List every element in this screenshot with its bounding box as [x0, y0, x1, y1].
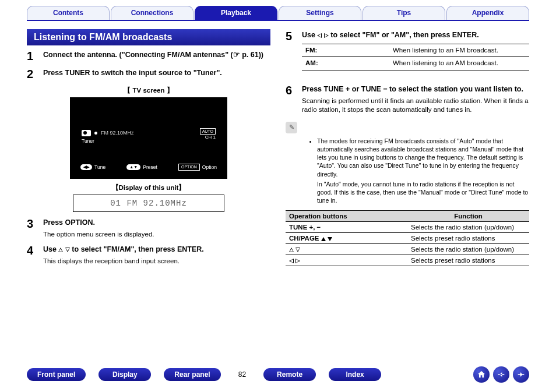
unit-display: 01 FM 92.10MHz — [73, 195, 224, 212]
op-function: Selects the radio station (up/down) — [407, 244, 529, 255]
section-title: Listening to FM/AM broadcasts — [27, 29, 270, 45]
note-2: In "Auto" mode, you cannot tune in to ra… — [317, 180, 529, 205]
remote-button[interactable]: Remote — [263, 368, 316, 381]
home-icon — [477, 370, 486, 379]
tv-tuner-label: Tuner — [82, 138, 94, 144]
step-3-note: The option menu screen is displayed. — [43, 230, 270, 239]
note-1: The modes for receiving FM broadcasts co… — [317, 137, 529, 178]
step-number: 5 — [286, 30, 296, 79]
step-1: 1 Connect the antenna. ("Connecting FM/A… — [27, 50, 270, 62]
am-desc: When listening to an AM broadcast. — [389, 57, 529, 70]
pill-lr-icon: ◀▶ — [80, 164, 92, 170]
triangle-up-solid-icon — [321, 237, 326, 241]
table-row: AM: When listening to an AM broadcast. — [302, 57, 529, 70]
option-btn-icon: OPTION — [178, 164, 200, 171]
note-icon: ✎ — [286, 122, 297, 133]
ops-head-b: Function — [407, 211, 529, 222]
step-1-title: Connect the antenna. ("Connecting FM/AM … — [43, 50, 270, 60]
step-3-title: Press OPTION. — [43, 218, 270, 228]
ops-head-a: Operation buttons — [286, 211, 407, 222]
step-6-title: Press TUNE + or TUNE − to select the sta… — [302, 84, 529, 94]
arrow-left-icon — [497, 370, 506, 379]
step-number: 6 — [286, 84, 296, 115]
op-button: CH/PAGE — [286, 233, 407, 244]
step-number: 2 — [27, 68, 37, 80]
step-5-title: Use to select "FM" or "AM", then press E… — [302, 30, 529, 40]
triangle-left-icon — [289, 259, 294, 263]
triangle-right-icon — [324, 33, 329, 38]
pill-ud-icon: ▲▼ — [126, 164, 140, 170]
step-2-title: Press TUNER to switch the input source t… — [43, 68, 270, 78]
step-4: 4 Use to select "FM/AM", then press ENTE… — [27, 245, 270, 266]
home-button[interactable] — [473, 366, 490, 383]
fm-desc: When listening to an FM broadcast. — [389, 44, 529, 57]
prev-page-button[interactable] — [493, 366, 509, 383]
triangle-down-solid-icon — [328, 237, 332, 241]
fm-label: FM: — [302, 44, 389, 57]
dot-icon — [94, 132, 97, 135]
triangle-left-icon — [317, 33, 322, 38]
tab-tips[interactable]: Tips — [363, 6, 445, 20]
triangle-up-icon — [58, 248, 63, 252]
op-function: Selects preset radio stations — [407, 233, 529, 244]
tab-appendix[interactable]: Appendix — [446, 6, 529, 20]
step-6: 6 Press TUNE + or TUNE − to select the s… — [286, 84, 529, 115]
table-row: CH/PAGE Selects preset radio stations — [286, 233, 529, 244]
footer: Front panel Display Rear panel 82 Remote… — [0, 366, 556, 383]
table-header: Operation buttons Function — [286, 211, 529, 222]
tv-auto-badge: AUTO — [200, 128, 216, 135]
op-button — [286, 244, 407, 255]
tab-playback[interactable]: Playback — [195, 6, 277, 20]
tuner-icon — [82, 130, 91, 136]
left-column: Listening to FM/AM broadcasts 1 Connect … — [27, 27, 270, 274]
top-nav: Contents Connections Playback Settings T… — [0, 0, 556, 20]
step-number: 1 — [27, 50, 37, 62]
op-function: Selects preset radio stations — [407, 255, 529, 266]
display-button[interactable]: Display — [98, 368, 151, 381]
table-row: Selects preset radio stations — [286, 255, 529, 266]
step-5: 5 Use to select "FM" or "AM", then press… — [286, 30, 529, 79]
page-number: 82 — [234, 370, 251, 379]
triangle-down-icon — [65, 248, 70, 252]
page-body: Listening to FM/AM broadcasts 1 Connect … — [0, 21, 556, 274]
step-4-note: This displays the reception band input s… — [43, 257, 270, 266]
right-column: 5 Use to select "FM" or "AM", then press… — [286, 27, 529, 274]
notes-block: The modes for receiving FM broadcasts co… — [286, 137, 529, 204]
tab-settings[interactable]: Settings — [279, 6, 361, 20]
op-button: TUNE +, − — [286, 222, 407, 233]
tv-screen-mock: FM 92.10MHz Tuner AUTO CH 1 ◀▶Tune ▲▼Pre… — [70, 97, 227, 179]
step-4-title: Use to select "FM/AM", then press ENTER. — [43, 245, 270, 255]
tv-caption: 【 TV screen 】 — [27, 86, 270, 95]
tv-preset-label: Preset — [143, 164, 157, 170]
step-2: 2 Press TUNER to switch the input source… — [27, 68, 270, 80]
table-row: Selects the radio station (up/down) — [286, 244, 529, 255]
step-3: 3 Press OPTION. The option menu screen i… — [27, 218, 270, 239]
step-number: 4 — [27, 245, 37, 266]
tv-band-text: FM 92.10MHz — [101, 130, 134, 136]
am-label: AM: — [302, 57, 389, 70]
table-row: FM: When listening to an FM broadcast. — [302, 44, 529, 57]
op-function: Selects the radio station (up/down) — [407, 222, 529, 233]
table-row: TUNE +, − Selects the radio station (up/… — [286, 222, 529, 233]
tab-connections[interactable]: Connections — [111, 6, 193, 20]
rear-panel-button[interactable]: Rear panel — [164, 368, 220, 381]
next-page-button[interactable] — [513, 366, 529, 383]
tv-tune-label: Tune — [94, 164, 105, 170]
tv-option-label: Option — [202, 164, 217, 170]
step-6-note: Scanning is performed until it finds an … — [302, 97, 529, 115]
nav-circles — [473, 366, 529, 383]
index-button[interactable]: Index — [329, 368, 381, 381]
step-number: 3 — [27, 218, 37, 239]
front-panel-button[interactable]: Front panel — [27, 368, 86, 381]
triangle-down-icon — [295, 248, 300, 252]
arrow-right-icon — [516, 370, 526, 379]
triangle-right-icon — [295, 259, 300, 263]
fm-am-table: FM: When listening to an FM broadcast. A… — [302, 44, 529, 70]
operation-table: Operation buttons Function TUNE +, − Sel… — [286, 210, 529, 266]
unit-caption: 【Display of this unit】 — [27, 183, 270, 192]
op-button — [286, 255, 407, 266]
tv-channel: CH 1 — [205, 135, 216, 140]
tab-contents[interactable]: Contents — [27, 6, 110, 20]
triangle-up-icon — [289, 248, 294, 252]
